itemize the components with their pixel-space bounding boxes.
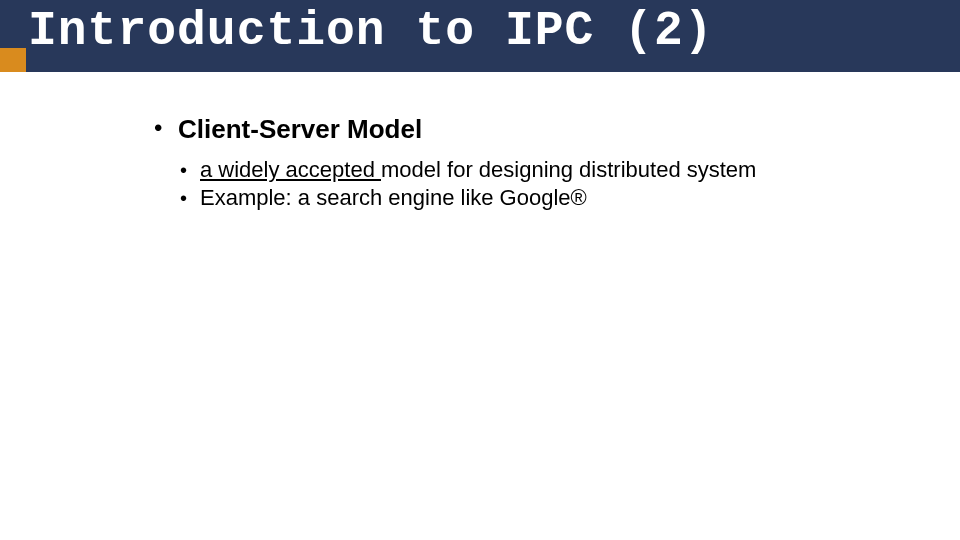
sub1-underlined: a widely accepted	[200, 157, 381, 182]
sub2-text: Example: a search engine like Google®	[200, 185, 587, 210]
bullet-lvl2: Example: a search engine like Google®	[178, 185, 818, 211]
title-accent	[0, 48, 26, 72]
title-band: Introduction to IPC (2)	[0, 0, 960, 72]
slide-body: Client-Server Model a widely accepted mo…	[0, 72, 960, 211]
sub1-rest: model for designing distributed system	[381, 157, 756, 182]
heading-text: Client-Server Model	[178, 114, 422, 144]
slide-title: Introduction to IPC (2)	[28, 4, 714, 58]
bullet-lvl2: a widely accepted model for designing di…	[178, 157, 818, 183]
bullet-lvl1: Client-Server Model a widely accepted mo…	[150, 114, 960, 211]
